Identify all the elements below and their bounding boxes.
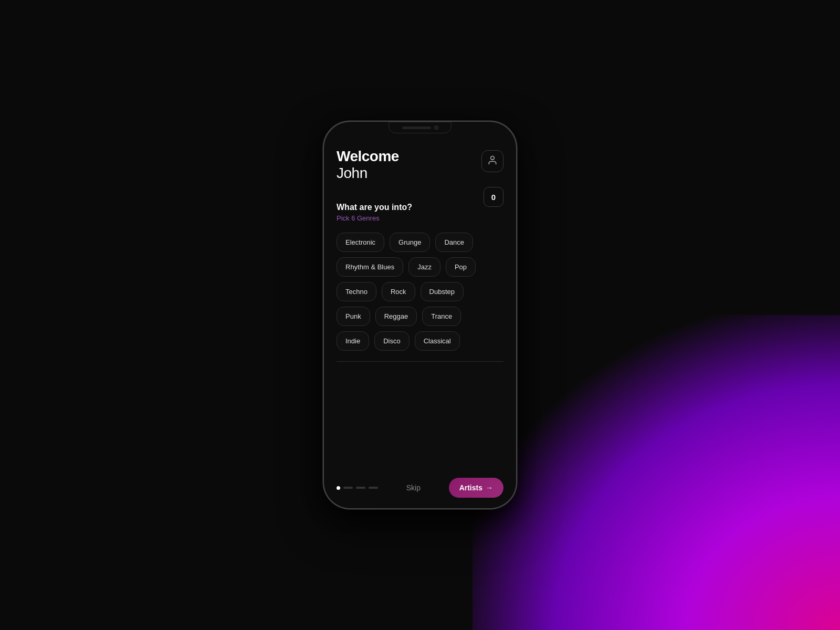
speaker [402,127,431,129]
genre-row-5: Indie Disco Classical [337,331,503,351]
genre-indie[interactable]: Indie [337,331,369,351]
genre-techno[interactable]: Techno [337,282,376,301]
welcome-text: Welcome John [337,148,399,182]
genres-grid: Electronic Grunge Dance Rhythm & Blues J… [337,233,503,351]
genre-row-4: Punk Reggae Trance [337,307,503,326]
section-text: What are you into? Pick 6 Genres [337,203,412,222]
notch [388,122,452,133]
svg-point-0 [491,156,495,160]
genre-dance[interactable]: Dance [435,233,473,252]
bottom-nav: Skip Artists → [324,470,516,508]
dot-2 [343,487,353,489]
front-camera [434,125,438,130]
genre-punk[interactable]: Punk [337,307,370,326]
artists-button[interactable]: Artists → [449,478,503,498]
genre-grunge[interactable]: Grunge [390,233,430,252]
genre-row-3: Techno Rock Dubstep [337,282,503,301]
genre-rhythm-blues[interactable]: Rhythm & Blues [337,257,403,277]
dot-3 [356,487,365,489]
phone-wrapper: Welcome John [323,121,517,509]
welcome-label: Welcome [337,148,399,165]
notch-area [324,122,516,143]
phone-screen: Welcome John [324,122,516,508]
profile-button[interactable] [481,150,503,172]
genre-dubstep[interactable]: Dubstep [421,282,464,301]
header-row: Welcome John [337,148,503,182]
user-name: John [337,165,399,182]
screen-content: Welcome John [324,143,516,470]
skip-button[interactable]: Skip [406,484,421,492]
genre-electronic[interactable]: Electronic [337,233,384,252]
genre-disco[interactable]: Disco [374,331,410,351]
pagination-dots [337,486,378,490]
dot-1 [337,486,340,490]
counter-badge: 0 [484,187,503,207]
phone-frame: Welcome John [323,121,517,509]
genre-row-1: Electronic Grunge Dance [337,233,503,252]
arrow-icon: → [486,484,493,492]
genre-row-2: Rhythm & Blues Jazz Pop [337,257,503,277]
genre-pop[interactable]: Pop [446,257,476,277]
section-subtitle: Pick 6 Genres [337,214,412,222]
profile-icon [487,155,498,168]
genre-classical[interactable]: Classical [415,331,460,351]
genre-rock[interactable]: Rock [382,282,415,301]
dot-4 [369,487,378,489]
artists-label: Artists [459,484,482,492]
genre-trance[interactable]: Trance [422,307,461,326]
genre-jazz[interactable]: Jazz [408,257,440,277]
background-gradient [472,315,840,630]
genre-reggae[interactable]: Reggae [375,307,417,326]
section-question: What are you into? [337,203,412,212]
divider [337,361,503,362]
section-header: What are you into? Pick 6 Genres 0 [337,203,503,222]
